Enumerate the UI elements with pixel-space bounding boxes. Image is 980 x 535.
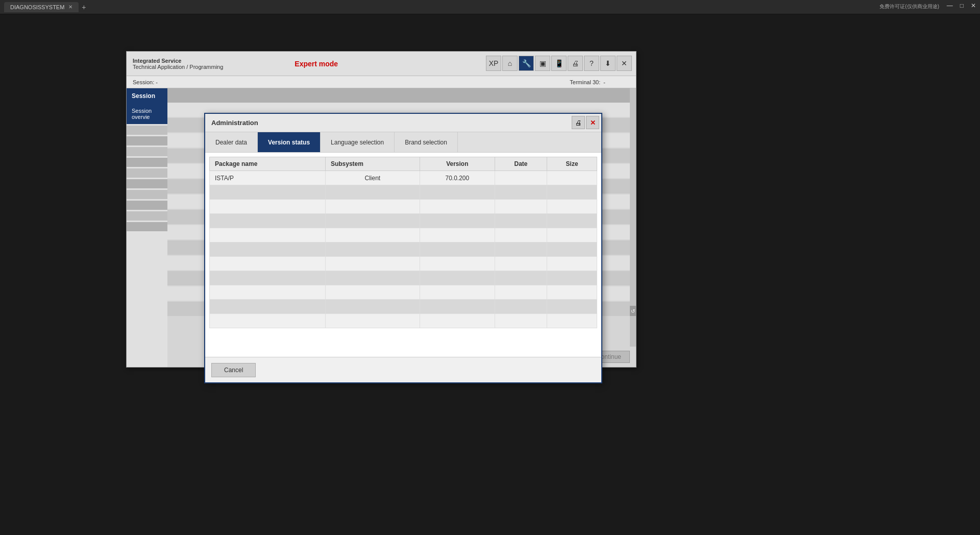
expert-mode-label: Expert mode xyxy=(295,60,338,68)
cell-subsystem-2 xyxy=(325,185,420,200)
table-row xyxy=(210,242,597,257)
tab-version-status[interactable]: Version status xyxy=(258,132,321,152)
table-row xyxy=(210,271,597,285)
cell-subsystem-9 xyxy=(325,285,420,300)
toolbar-phone-button[interactable]: 📱 xyxy=(551,56,567,71)
cell-package-name-9 xyxy=(210,285,326,300)
cell-date-7 xyxy=(495,257,547,271)
sidebar-stripe-6 xyxy=(127,179,167,188)
app-titlebar: Integrated Service Technical Application… xyxy=(127,52,636,76)
toolbar-print-button[interactable]: 🖨 xyxy=(568,56,583,71)
app-toolbar: XP ⌂ 🔧 ▣ 📱 🖨 ? ⬇ ✕ xyxy=(486,56,632,71)
cell-size-9 xyxy=(547,285,597,300)
cell-version-4 xyxy=(420,214,495,228)
session-bar: Session: - Terminal 30: - xyxy=(127,76,636,88)
modal-title: Administration xyxy=(211,119,258,127)
cell-package-name-6 xyxy=(210,242,326,257)
app-title-line2: Technical Application / Programming xyxy=(133,64,223,70)
cell-size-3 xyxy=(547,200,597,214)
cell-version-11 xyxy=(420,314,495,328)
cell-date-8 xyxy=(495,271,547,285)
toolbar-download-button[interactable]: ⬇ xyxy=(600,56,616,71)
cell-package-name-3 xyxy=(210,200,326,214)
cell-package-name-1: ISTA/P xyxy=(210,171,326,185)
browser-tab[interactable]: DIAGNOSISSYSTEM ✕ xyxy=(4,2,79,12)
toolbar-close-button[interactable]: ✕ xyxy=(617,56,632,71)
toolbar-help-button[interactable]: ? xyxy=(584,56,599,71)
cell-size-1 xyxy=(547,171,597,185)
tab-language-selection[interactable]: Language selection xyxy=(321,132,395,152)
cell-package-name-2 xyxy=(210,185,326,200)
side-nav: Session Session overvie xyxy=(127,88,167,367)
cell-package-name-11 xyxy=(210,314,326,328)
license-text: 免费许可证(仅供商业用途) xyxy=(879,3,939,10)
cell-date-10 xyxy=(495,300,547,314)
terminal-label: Terminal 30: - xyxy=(570,79,605,85)
modal-titlebar: Administration 🖨 ✕ xyxy=(205,114,601,132)
cell-subsystem-7 xyxy=(325,257,420,271)
toolbar-wrench-button[interactable]: 🔧 xyxy=(519,56,534,71)
sidebar-item-session[interactable]: Session xyxy=(127,88,167,104)
new-tab-button[interactable]: + xyxy=(82,3,86,11)
session-label: Session: xyxy=(133,79,154,85)
sidebar-stripe-3 xyxy=(127,147,167,156)
cell-version-1: 70.0.200 xyxy=(420,171,495,185)
cell-size-7 xyxy=(547,257,597,271)
col-version: Version xyxy=(420,157,495,171)
cell-size-2 xyxy=(547,185,597,200)
close-button[interactable]: ✕ xyxy=(971,2,976,9)
cell-subsystem-4 xyxy=(325,214,420,228)
tab-brand-selection[interactable]: Brand selection xyxy=(395,132,458,152)
cell-size-11 xyxy=(547,314,597,328)
cell-version-3 xyxy=(420,200,495,214)
toolbar-home-button[interactable]: ⌂ xyxy=(502,56,518,71)
col-subsystem: Subsystem xyxy=(325,157,420,171)
modal-print-button[interactable]: 🖨 xyxy=(572,116,585,129)
modal-footer: Cancel xyxy=(205,357,601,382)
sidebar-stripe-1 xyxy=(127,126,167,135)
cell-size-10 xyxy=(547,300,597,314)
cell-version-5 xyxy=(420,228,495,242)
cell-size-5 xyxy=(547,228,597,242)
modal-title-buttons: 🖨 ✕ xyxy=(572,116,599,129)
app-title: Integrated Service Technical Application… xyxy=(133,58,223,70)
toolbar-camera-button[interactable]: ▣ xyxy=(535,56,550,71)
table-row xyxy=(210,200,597,214)
cell-version-6 xyxy=(420,242,495,257)
close-tab-icon[interactable]: ✕ xyxy=(68,4,72,10)
cell-package-name-8 xyxy=(210,271,326,285)
modal-table-area: Package name Subsystem Version Date Size… xyxy=(205,153,601,355)
sidebar-item-overview[interactable]: Session overvie xyxy=(127,104,167,124)
col-size: Size xyxy=(547,157,597,171)
table-row xyxy=(210,300,597,314)
tab-dealer-data[interactable]: Dealer data xyxy=(205,132,258,152)
main-content: ↺ Continue Administration 🖨 ✕ Dealer dat… xyxy=(167,88,636,367)
table-row xyxy=(210,185,597,200)
cell-size-6 xyxy=(547,242,597,257)
cell-subsystem-11 xyxy=(325,314,420,328)
version-table: Package name Subsystem Version Date Size… xyxy=(209,157,597,328)
cell-date-4 xyxy=(495,214,547,228)
cancel-button[interactable]: Cancel xyxy=(211,363,256,377)
maximize-button[interactable]: □ xyxy=(960,2,964,9)
minimize-button[interactable]: — xyxy=(947,2,953,9)
cell-subsystem-8 xyxy=(325,271,420,285)
cell-date-1 xyxy=(495,171,547,185)
window-controls: — □ ✕ xyxy=(947,2,976,9)
col-package-name: Package name xyxy=(210,157,326,171)
sidebar-stripe-9 xyxy=(127,211,167,221)
cell-subsystem-5 xyxy=(325,228,420,242)
cell-package-name-4 xyxy=(210,214,326,228)
sidebar-stripe-10 xyxy=(127,222,167,231)
cell-version-10 xyxy=(420,300,495,314)
scroll-button[interactable]: ↺ xyxy=(630,306,636,316)
table-row xyxy=(210,228,597,242)
cell-date-6 xyxy=(495,242,547,257)
sidebar-stripe-2 xyxy=(127,136,167,145)
administration-modal: Administration 🖨 ✕ Dealer data Version s… xyxy=(204,113,602,383)
cell-version-9 xyxy=(420,285,495,300)
col-date: Date xyxy=(495,157,547,171)
toolbar-xp-button[interactable]: XP xyxy=(486,56,501,71)
table-row xyxy=(210,214,597,228)
modal-close-button[interactable]: ✕ xyxy=(586,116,599,129)
